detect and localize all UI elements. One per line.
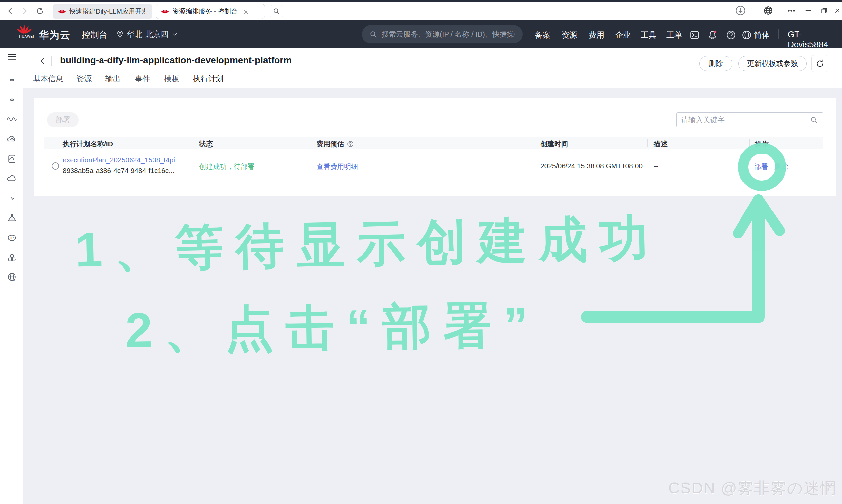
- menu-billing[interactable]: 费用: [589, 30, 604, 40]
- col-status: 状态: [199, 139, 213, 148]
- region-selector[interactable]: 华北-北京四: [116, 29, 178, 39]
- plan-id: 8938ab5a-a386-4c74-9484-f1c16c...: [62, 167, 175, 175]
- browser-globe-icon[interactable]: [762, 4, 774, 17]
- col-created: 创建时间: [540, 139, 568, 148]
- username[interactable]: GT-Dovis5884: [788, 29, 842, 50]
- col-desc: 描述: [654, 139, 668, 148]
- keyword-search-icon[interactable]: [810, 115, 818, 124]
- service-sidebar: M8 20 a4.5 4.5 0 1 1 .8-8.9 a6.4 6.4 0 0…: [0, 48, 23, 504]
- created-time: 2025/06/24 15:38:08 GMT+08:00: [540, 162, 643, 170]
- divider: [51, 56, 52, 66]
- huawei-logo-text: HUAWEI: [17, 35, 36, 38]
- col-name-id: 执行计划名称/ID: [62, 139, 113, 148]
- cluster-icon[interactable]: [6, 252, 18, 264]
- beacon-icon[interactable]: [6, 212, 18, 224]
- execution-plan-table: 执行计划名称/ID 状态 费用预估 创建时间 描述 操作 executionPl…: [44, 137, 823, 183]
- cloud-device-icon[interactable]: [6, 153, 18, 165]
- cloud-icon[interactable]: [6, 173, 18, 184]
- column-separator: [749, 139, 750, 147]
- delete-button[interactable]: 删除: [699, 56, 732, 71]
- chevron-down-icon: [172, 31, 178, 38]
- tab-title: 资源编排服务 - 控制台: [172, 7, 238, 16]
- console-header: HUAWEI 华为云 控制台 华北-北京四 备案 资源 费用 企业 工具 工单 …: [0, 20, 842, 48]
- header-search-icon: [369, 30, 378, 38]
- svg-text:w: w: [13, 278, 15, 282]
- lang-globe-icon[interactable]: [739, 28, 754, 42]
- update-template-button[interactable]: 更新模板或参数: [738, 56, 807, 71]
- browser-tab-console[interactable]: 资源编排服务 - 控制台: [156, 4, 265, 19]
- back-icon[interactable]: [5, 5, 16, 16]
- description: --: [654, 162, 659, 170]
- waves-icon[interactable]: [6, 113, 18, 125]
- minimize-icon[interactable]: [802, 4, 814, 17]
- bell-icon[interactable]: [705, 28, 720, 42]
- menu-ticket[interactable]: 工单: [666, 30, 682, 40]
- watermark: CSDN @雾非雾の迷惘: [668, 478, 837, 499]
- deploy-button-disabled[interactable]: 部署: [47, 112, 79, 127]
- status-text: 创建成功，待部署: [199, 162, 254, 171]
- tab-events[interactable]: 事件: [135, 74, 150, 88]
- tab-execution-plan[interactable]: 执行计划: [193, 74, 223, 89]
- ellipsis-icon[interactable]: [785, 4, 798, 17]
- keyword-search[interactable]: [676, 112, 823, 127]
- menu-tools[interactable]: 工具: [641, 30, 657, 40]
- plan-name-link[interactable]: executionPlan_20250624_1538_t4pi: [62, 156, 175, 164]
- col-actions: 操作: [755, 139, 769, 148]
- lang-label[interactable]: 简体: [754, 30, 770, 40]
- column-separator: [533, 139, 533, 147]
- help-icon[interactable]: [724, 28, 738, 42]
- huawei-logo[interactable]: HUAWEI: [17, 24, 36, 38]
- cloud-server-icon[interactable]: M8 20 a4.5 4.5 0 1 1 .8-8.9 a6.4 6.4 0 0…: [6, 74, 18, 86]
- ip-icon[interactable]: IP: [6, 232, 18, 244]
- region-name: 华北-北京四: [127, 29, 169, 39]
- tab-outputs[interactable]: 输出: [105, 74, 121, 88]
- huawei-favicon: [58, 7, 66, 16]
- browser-chrome: 快速搭建Dify-LLM应用开发平台-华 资源编排服务 - 控制台: [0, 0, 842, 20]
- tab-resources[interactable]: 资源: [76, 74, 92, 88]
- cost-detail-link[interactable]: 查看费用明细: [316, 162, 358, 171]
- location-pin-icon: [116, 30, 124, 38]
- back-chevron-icon[interactable]: [37, 55, 48, 67]
- delete-action-link[interactable]: 删除: [774, 162, 788, 171]
- reload-icon[interactable]: [34, 5, 46, 16]
- brand-name[interactable]: 华为云: [39, 28, 71, 42]
- refresh-icon[interactable]: [811, 55, 828, 72]
- huawei-favicon: [161, 7, 169, 16]
- column-separator: [191, 139, 192, 147]
- window-close-icon[interactable]: [831, 4, 842, 17]
- tab-title: 快速搭建Dify-LLM应用开发平台-华: [69, 7, 145, 16]
- col-cost: 费用预估: [316, 139, 354, 148]
- execution-plan-panel: 部署 执行计划名称/ID 状态 费用预估 创建时间 描述 操作 execut: [34, 97, 837, 196]
- window-top-edge: [0, 0, 842, 2]
- tab-close-icon[interactable]: [242, 8, 249, 15]
- menu-beian[interactable]: 备案: [535, 30, 550, 40]
- keyword-search-input[interactable]: [681, 115, 810, 124]
- hamburger-icon[interactable]: [6, 51, 18, 62]
- download-icon[interactable]: [734, 4, 747, 17]
- cloud-upload-icon[interactable]: [6, 133, 18, 145]
- console-label[interactable]: 控制台: [82, 29, 107, 40]
- table-row: executionPlan_20250624_1538_t4pi 8938ab5…: [44, 149, 823, 183]
- svg-text:IP: IP: [10, 236, 14, 240]
- global-search-input[interactable]: [382, 30, 515, 38]
- screen: 快速搭建Dify-LLM应用开发平台-华 资源编排服务 - 控制台 HUAWEI…: [0, 0, 842, 504]
- divider: [73, 29, 73, 39]
- menu-resources[interactable]: 资源: [561, 30, 577, 40]
- deploy-action-link[interactable]: 部署: [754, 162, 768, 171]
- tab-template[interactable]: 模板: [164, 74, 179, 88]
- restore-icon[interactable]: [818, 4, 830, 17]
- menu-enterprise[interactable]: 企业: [615, 30, 631, 40]
- browser-tab-dify[interactable]: 快速搭建Dify-LLM应用开发平台-华: [53, 4, 152, 19]
- global-web-icon[interactable]: w: [6, 271, 18, 283]
- tab-search-icon[interactable]: [270, 5, 283, 17]
- table-header: 执行计划名称/ID 状态 费用预估 创建时间 描述 操作: [44, 137, 823, 149]
- terminal-icon[interactable]: [687, 28, 702, 42]
- global-search[interactable]: [362, 25, 523, 43]
- column-separator: [647, 139, 648, 147]
- tab-basic-info[interactable]: 基本信息: [33, 74, 63, 88]
- cloud-pointer-icon[interactable]: M8 20 a4.5 4.5 0 1 1 .8-8.9 a6.4 6.4 0 0…: [6, 192, 18, 204]
- row-radio[interactable]: [52, 162, 59, 170]
- question-circle-icon[interactable]: [347, 140, 354, 148]
- cloud-storage-icon[interactable]: M8 20 a4.5 4.5 0 1 1 .8-8.9 a6.4 6.4 0 0…: [6, 93, 18, 105]
- forward-icon: [19, 5, 30, 16]
